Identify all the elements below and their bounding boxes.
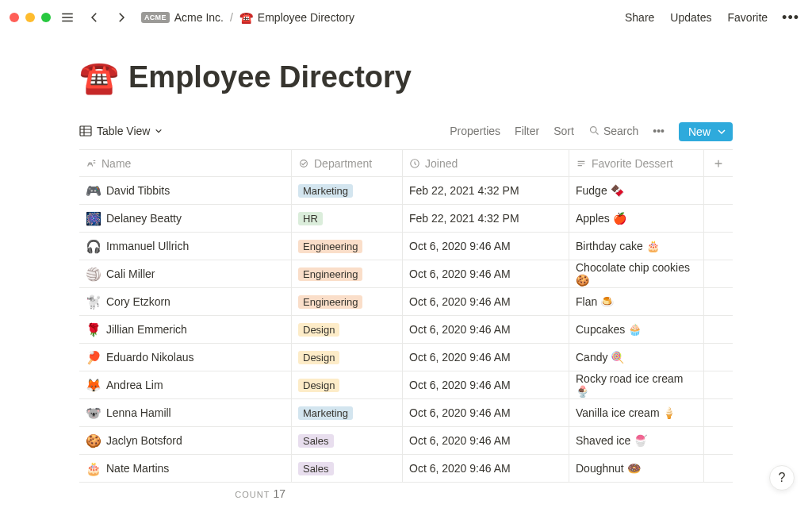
workspace-name[interactable]: Acme Inc. — [174, 11, 224, 24]
department-tag: Sales — [298, 462, 334, 475]
favorite-cell: Candy 🍭 — [569, 344, 704, 371]
row-icon: 🎂 — [86, 461, 102, 476]
row-icon: 🎧 — [86, 239, 102, 254]
view-tab-table[interactable]: Table View — [79, 125, 163, 144]
svg-rect-0 — [80, 126, 91, 136]
department-tag: Marketing — [298, 406, 353, 420]
row-icon: 🎆 — [86, 211, 102, 226]
more-options-button[interactable]: ••• — [653, 125, 665, 144]
breadcrumb: ACME Acme Inc. / ☎️ Employee Directory — [138, 10, 358, 25]
search-label: Search — [603, 125, 638, 137]
row-name: Lenna Hamill — [106, 406, 171, 419]
table-row[interactable]: 🎧Immanuel UllrichEngineeringOct 6, 2020 … — [79, 233, 733, 260]
row-name: Delaney Beatty — [106, 212, 182, 225]
favorite-cell: Shaved ice 🍧 — [569, 427, 704, 454]
page-title[interactable]: Employee Directory — [128, 60, 412, 94]
title-property-icon — [86, 158, 97, 169]
date-property-icon — [409, 158, 420, 169]
topbar: ACME Acme Inc. / ☎️ Employee Directory S… — [0, 0, 812, 35]
column-header-department[interactable]: Department — [292, 150, 403, 176]
favorite-cell: Chocolate chip cookies 🍪 — [569, 260, 704, 287]
joined-cell: Oct 6, 2020 9:46 AM — [403, 316, 569, 343]
help-button[interactable]: ? — [769, 465, 795, 491]
more-menu-button[interactable]: ••• — [779, 10, 802, 26]
table-row[interactable]: 🦊Andrea LimDesignOct 6, 2020 9:46 AMRock… — [79, 371, 733, 399]
row-name: Nate Martins — [106, 462, 169, 475]
page-body: ☎️ Employee Directory Table View Propert… — [0, 35, 812, 500]
table-row[interactable]: 🏐Cali MillerEngineeringOct 6, 2020 9:46 … — [79, 260, 733, 288]
column-header-name[interactable]: Name — [79, 150, 292, 176]
workspace-badge[interactable]: ACME — [141, 12, 170, 23]
new-button[interactable]: New — [679, 122, 733, 141]
joined-cell: Feb 22, 2021 4:32 PM — [403, 205, 569, 232]
favorite-cell: Doughnut 🍩 — [569, 455, 704, 482]
table-footer: COUNT17 — [79, 483, 733, 500]
search-button[interactable]: Search — [588, 125, 638, 144]
row-name: Cali Miller — [106, 267, 155, 280]
department-tag: Design — [298, 379, 339, 392]
department-tag: Engineering — [298, 267, 362, 281]
row-icon: 🏓 — [86, 350, 102, 365]
department-tag: Sales — [298, 434, 334, 448]
minimize-window-button[interactable] — [25, 13, 35, 22]
database-toolbar: Table View Properties Filter Sort Search… — [79, 118, 733, 150]
svg-point-2 — [301, 160, 308, 167]
filter-button[interactable]: Filter — [515, 125, 539, 144]
column-header-joined[interactable]: Joined — [403, 150, 569, 176]
menu-icon[interactable] — [57, 9, 78, 26]
nav-back-button[interactable] — [84, 9, 105, 26]
joined-cell: Oct 6, 2020 9:46 AM — [403, 260, 569, 287]
row-name: Andrea Lim — [106, 379, 163, 391]
share-button[interactable]: Share — [620, 8, 659, 27]
favorite-cell: Fudge 🍫 — [569, 177, 704, 204]
joined-cell: Oct 6, 2020 9:46 AM — [403, 371, 569, 398]
table-row[interactable]: 🍪Jaclyn BotsfordSalesOct 6, 2020 9:46 AM… — [79, 427, 733, 455]
table-row[interactable]: 🎂Nate MartinsSalesOct 6, 2020 9:46 AMDou… — [79, 455, 733, 483]
row-name: Jaclyn Botsford — [106, 434, 182, 447]
favorite-button[interactable]: Favorite — [723, 8, 773, 27]
row-icon: 🐩 — [86, 294, 102, 310]
table-row[interactable]: 🌹Jillian EmmerichDesignOct 6, 2020 9:46 … — [79, 316, 733, 344]
row-icon: 🏐 — [86, 267, 102, 282]
new-button-label: New — [688, 125, 710, 138]
table-row[interactable]: 🎆Delaney BeattyHRFeb 22, 2021 4:32 PMApp… — [79, 205, 733, 233]
row-icon: 🍪 — [86, 433, 102, 448]
svg-point-1 — [590, 127, 596, 133]
table-row[interactable]: 🏓Eduardo NikolausDesignOct 6, 2020 9:46 … — [79, 344, 733, 371]
department-tag: Engineering — [298, 240, 362, 253]
joined-cell: Oct 6, 2020 9:46 AM — [403, 399, 569, 426]
sort-button[interactable]: Sort — [553, 125, 574, 144]
department-tag: Design — [298, 323, 339, 337]
table-row[interactable]: 🐩Cory EtzkornEngineeringOct 6, 2020 9:46… — [79, 288, 733, 316]
close-window-button[interactable] — [10, 13, 19, 22]
column-header-favorite[interactable]: Favorite Dessert — [569, 150, 704, 176]
row-icon: 🐨 — [86, 406, 102, 421]
table-row[interactable]: 🐨Lenna HamillMarketingOct 6, 2020 9:46 A… — [79, 399, 733, 427]
joined-cell: Oct 6, 2020 9:46 AM — [403, 233, 569, 260]
row-name: Jillian Emmerich — [106, 323, 187, 336]
page-emoji[interactable]: ☎️ — [79, 59, 119, 96]
count-aggregate[interactable]: COUNT17 — [79, 487, 292, 500]
plus-icon — [713, 158, 724, 169]
nav-forward-button[interactable] — [111, 9, 132, 26]
favorite-cell: Cupcakes 🧁 — [569, 316, 704, 343]
text-property-icon — [576, 158, 587, 169]
department-tag: HR — [298, 212, 323, 225]
table-body: 🎮David TibbitsMarketingFeb 22, 2021 4:32… — [79, 177, 733, 483]
row-name: Eduardo Nikolaus — [106, 351, 194, 364]
search-icon — [588, 125, 600, 137]
maximize-window-button[interactable] — [41, 13, 51, 22]
favorite-cell: Flan 🍮 — [569, 288, 704, 315]
chevron-down-icon — [717, 127, 726, 137]
title-row: ☎️ Employee Directory — [79, 59, 733, 96]
page-name-crumb[interactable]: Employee Directory — [258, 11, 354, 24]
department-tag: Design — [298, 351, 339, 364]
updates-button[interactable]: Updates — [665, 8, 716, 27]
joined-cell: Oct 6, 2020 9:46 AM — [403, 288, 569, 315]
joined-cell: Oct 6, 2020 9:46 AM — [403, 427, 569, 454]
properties-button[interactable]: Properties — [450, 125, 500, 144]
row-name: Immanuel Ullrich — [106, 240, 189, 252]
joined-cell: Feb 22, 2021 4:32 PM — [403, 177, 569, 204]
add-column-button[interactable] — [704, 150, 733, 176]
table-row[interactable]: 🎮David TibbitsMarketingFeb 22, 2021 4:32… — [79, 177, 733, 205]
